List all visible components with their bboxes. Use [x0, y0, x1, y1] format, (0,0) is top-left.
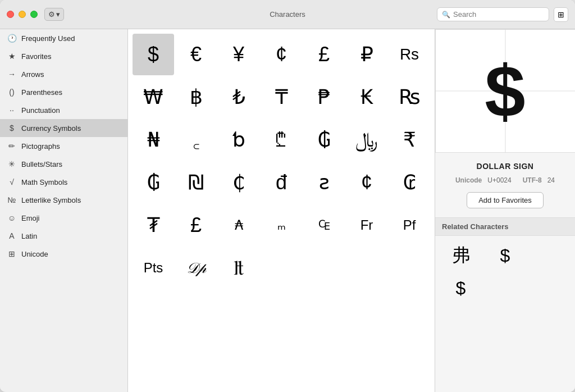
unicode-meta: Unicode U+0024 — [455, 176, 512, 184]
search-icon: 🔍 — [442, 11, 450, 19]
grid-view-button[interactable]: ⊞ — [554, 7, 568, 22]
char-cell-cent[interactable]: ¢ — [261, 34, 302, 75]
char-cell-naira[interactable]: ₦ — [133, 119, 174, 161]
sidebar-item-emoji[interactable]: ☺ Emoji — [0, 209, 127, 227]
utf8-label: UTF-8 — [523, 176, 542, 184]
char-cell-ecu[interactable]: ₠ — [303, 204, 345, 246]
related-char-0[interactable]: 弗 — [441, 241, 481, 270]
sidebar-label-emoji: Emoji — [21, 214, 40, 222]
sidebar-item-letterlike[interactable]: № Letterlike Symbols — [0, 191, 127, 209]
latin-icon: A — [7, 231, 17, 240]
char-cell-tenge[interactable]: ₸ — [261, 76, 302, 118]
char-cell-b-currency[interactable]: ƅ — [218, 119, 259, 161]
sidebar-label-frequently-used: Frequently Used — [21, 34, 75, 43]
char-cell-lira[interactable]: ₺ — [218, 76, 259, 118]
char-cell-mill[interactable]: ₘ — [261, 204, 302, 246]
char-cell-peseta[interactable]: Pts — [133, 247, 174, 289]
char-cell-kip[interactable]: ₭ — [346, 76, 387, 118]
char-cell-austral[interactable]: ₳ — [218, 204, 259, 246]
char-cell-f-script[interactable]: ƨ — [303, 162, 345, 203]
pencil-icon: ✏ — [7, 142, 17, 151]
sidebar-item-currency-symbols[interactable]: $ Currency Symbols — [0, 119, 127, 137]
gear-menu-button[interactable]: ⚙ ▾ — [44, 8, 64, 21]
search-container: 🔍 ⊞ — [437, 7, 568, 22]
related-char-5[interactable] — [530, 274, 569, 302]
sidebar-label-favorites: Favorites — [21, 52, 51, 61]
sidebar-label-parentheses: Parentheses — [21, 88, 62, 97]
sidebar-item-unicode[interactable]: ⊞ Unicode — [0, 245, 127, 263]
char-grid-area[interactable]: $ € ¥ ¢ £ ₽ Rs ₩ ฿ ₺ ₸ ₱ ₭ ₨ ₦ ꜀ ƅ ₾ — [128, 29, 435, 392]
minimize-button[interactable] — [19, 11, 26, 18]
sidebar-item-favorites[interactable]: ★ Favorites — [0, 47, 127, 65]
char-cell-cent2[interactable]: ¢ — [346, 162, 387, 203]
sidebar-item-latin[interactable]: A Latin — [0, 227, 127, 245]
related-char-4[interactable] — [485, 274, 525, 302]
maximize-button[interactable] — [30, 11, 38, 18]
char-cell-shekel[interactable]: ₪ — [175, 162, 217, 203]
char-cell-dp-script[interactable]: 𝒟𝓅 — [175, 247, 217, 289]
clock-icon: 🕐 — [7, 34, 17, 43]
char-cell-curve[interactable]: ꜀ — [175, 119, 217, 161]
char-cell-pound[interactable]: £ — [303, 34, 345, 75]
toolbar-left: ⚙ ▾ — [44, 8, 64, 21]
related-char-3[interactable]: $ — [441, 274, 481, 302]
utf8-meta: UTF-8 24 — [523, 176, 555, 184]
char-cell-guarani[interactable]: ₲ — [303, 119, 345, 161]
char-cell-lari[interactable]: ₾ — [261, 119, 302, 161]
related-char-2[interactable] — [530, 241, 569, 270]
sidebar-label-pictographs: Pictographs — [21, 142, 60, 151]
emoji-icon: ☺ — [7, 213, 17, 222]
close-button[interactable] — [7, 11, 14, 18]
char-preview: $ — [435, 29, 575, 153]
char-cell-baht[interactable]: ฿ — [175, 76, 217, 118]
sidebar-item-pictographs[interactable]: ✏ Pictographs — [0, 137, 127, 155]
sidebar-item-math-symbols[interactable]: √ Math Symbols — [0, 173, 127, 191]
char-cell-pfennig[interactable]: Pf — [389, 204, 430, 246]
arrow-icon: → — [7, 70, 17, 79]
char-cell-rial[interactable]: ﷼ — [346, 119, 387, 161]
char-cell-cedi[interactable]: ₵ — [218, 162, 259, 203]
sqrt-icon: √ — [7, 177, 17, 186]
char-cell-guarani2[interactable]: ₲ — [133, 162, 174, 203]
char-cell-peso[interactable]: ₱ — [303, 76, 345, 118]
grid-icon: ⊞ — [558, 10, 564, 19]
sidebar-label-latin: Latin — [21, 232, 37, 240]
char-cell-euro[interactable]: € — [175, 34, 217, 75]
sidebar-item-arrows[interactable]: → Arrows — [0, 65, 127, 83]
char-cell-dollar[interactable]: $ — [133, 34, 174, 75]
sidebar-label-bullets-stars: Bullets/Stars — [21, 160, 62, 168]
sidebar: 🕐 Frequently Used ★ Favorites → Arrows (… — [0, 29, 128, 392]
char-cell-yen[interactable]: ¥ — [218, 34, 259, 75]
related-grid: 弗 $ $ — [435, 236, 575, 308]
char-cell-won[interactable]: ₩ — [133, 76, 174, 118]
dollar-icon: $ — [7, 124, 17, 133]
char-cell-rupee-sign[interactable]: Rs — [389, 34, 430, 75]
sidebar-label-letterlike: Letterlike Symbols — [21, 196, 81, 204]
char-cell-tenge2[interactable]: ₶ — [218, 247, 259, 289]
char-cell-lira2[interactable]: £ — [175, 204, 217, 246]
titlebar: ⚙ ▾ Characters 🔍 ⊞ — [0, 0, 575, 29]
char-cell-franc[interactable]: Fr — [346, 204, 387, 246]
char-cell-cruzeiro[interactable]: ₢ — [389, 162, 430, 203]
detail-panel: $ DOLLAR SIGN Unicode U+0024 UTF-8 24 — [435, 29, 575, 392]
char-cell-tugrik[interactable]: ₮ — [133, 204, 174, 246]
gear-icon: ⚙ — [48, 10, 55, 19]
char-cell-ruble[interactable]: ₽ — [346, 34, 387, 75]
add-to-favorites-button[interactable]: Add to Favorites — [467, 192, 544, 208]
search-input[interactable] — [453, 10, 544, 19]
sidebar-item-parentheses[interactable]: () Parentheses — [0, 83, 127, 101]
char-name: DOLLAR SIGN — [444, 162, 566, 171]
char-cell-indian-rupee[interactable]: ₹ — [389, 119, 430, 161]
sidebar-item-punctuation[interactable]: ·· Punctuation — [0, 101, 127, 119]
sidebar-label-arrows: Arrows — [21, 70, 44, 79]
char-meta: Unicode U+0024 UTF-8 24 — [444, 176, 566, 184]
char-cell-dong[interactable]: đ — [261, 162, 302, 203]
sidebar-item-bullets-stars[interactable]: ✳ Bullets/Stars — [0, 155, 127, 173]
char-cell-rupee2[interactable]: ₨ — [389, 76, 430, 118]
char-grid: $ € ¥ ¢ £ ₽ Rs ₩ ฿ ₺ ₸ ₱ ₭ ₨ ₦ ꜀ ƅ ₾ — [133, 34, 430, 289]
numero-icon: № — [7, 195, 17, 204]
utf8-value: 24 — [547, 176, 555, 184]
related-char-1[interactable]: $ — [485, 241, 525, 270]
sidebar-item-frequently-used[interactable]: 🕐 Frequently Used — [0, 29, 127, 47]
preview-character: $ — [485, 54, 525, 127]
